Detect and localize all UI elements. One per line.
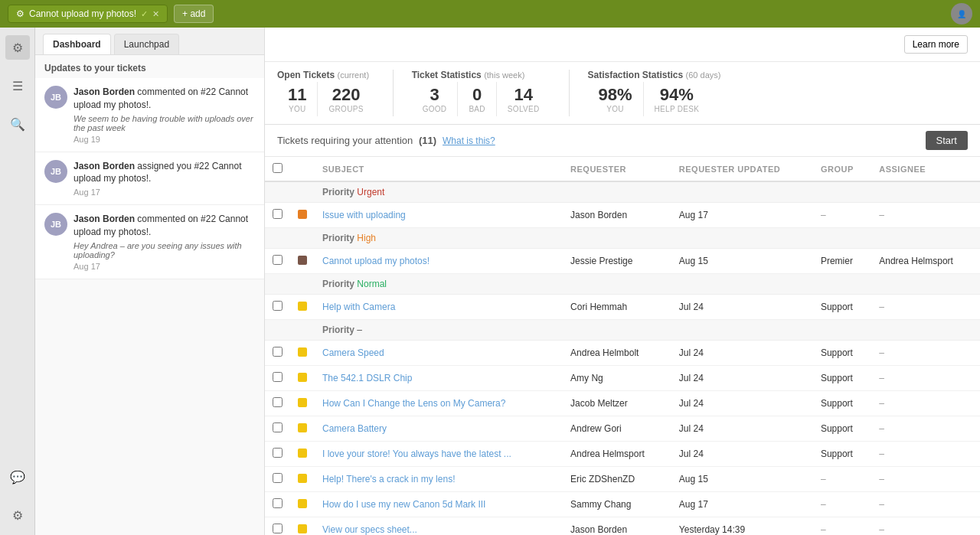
assignee: – — [871, 366, 980, 391]
nav-tabs: Dashboard Launchpad — [35, 28, 264, 55]
ticket-subject-link[interactable]: I love your store! You always have the l… — [322, 449, 511, 459]
action-text: commented — [137, 214, 185, 224]
table-row: Cannot upload my photos! Jessie Prestige… — [265, 249, 980, 274]
ticket-subject-link[interactable]: Cannot upload my photos! — [322, 256, 430, 266]
assignee: – — [871, 467, 980, 492]
what-is-this-link[interactable]: What is this? — [443, 135, 495, 146]
table-row: Help with Camera Cori Hemmah Jul 24 Supp… — [265, 295, 980, 320]
row-checkbox[interactable] — [273, 372, 283, 382]
priority-dot — [298, 302, 307, 311]
priority-dot — [298, 347, 307, 357]
ticket-subject-link[interactable]: Help! There's a crack in my lens! — [322, 474, 455, 484]
ticket-tab[interactable]: ⚙ Cannot upload my photos! ✓ ✕ — [8, 5, 168, 23]
ticket-stats-subtitle: (this week) — [484, 70, 524, 80]
row-checkbox[interactable] — [273, 397, 283, 407]
sidebar-icon-gear[interactable]: ⚙ — [5, 35, 30, 60]
ticket-subject-link[interactable]: View our specs sheet... — [322, 524, 417, 535]
add-label: + add — [182, 8, 205, 19]
ticket-subject-link[interactable]: How do I use my new Canon 5d Mark III — [322, 499, 485, 510]
group: Support — [813, 416, 871, 442]
row-checkbox[interactable] — [273, 301, 283, 311]
requester: Eric ZDShenZD — [563, 467, 671, 492]
satisfaction-stats-section: Satisfaction Statistics (60 days) 98% YO… — [588, 70, 721, 116]
row-checkbox[interactable] — [273, 524, 283, 533]
stat-bad: 0 BAD — [458, 82, 496, 116]
updates-section-title: Updates to your tickets — [35, 55, 264, 78]
ticket-stats-label: Ticket Statistics — [412, 70, 482, 80]
stat-groups: 220 GROUPS — [318, 82, 374, 116]
group: Support — [813, 341, 871, 366]
row-checkbox[interactable] — [273, 448, 283, 458]
tab-launchpad[interactable]: Launchpad — [114, 34, 179, 54]
avatar-initials: 👤 — [957, 10, 966, 18]
header-assignee: ASSIGNEE — [871, 157, 980, 181]
action-text: commented — [137, 86, 185, 97]
requester-updated: Jul 24 — [671, 442, 813, 467]
table-row: Camera Speed Andrea Helmbolt Jul 24 Supp… — [265, 341, 980, 366]
open-tickets-label: Open Tickets — [277, 70, 335, 80]
sub-text: We seem to be having trouble with upload… — [74, 114, 255, 132]
group: – — [813, 517, 871, 535]
assignee: Andrea Helmsport — [871, 249, 980, 274]
topbar: ⚙ Cannot upload my photos! ✓ ✕ + add 👤 — [0, 0, 980, 28]
table-row: Camera Battery Andrew Gori Jul 24 Suppor… — [265, 416, 980, 442]
assignee: – — [871, 391, 980, 416]
open-tickets-section: Open Tickets (current) 11 YOU 220 GROUPS — [277, 70, 374, 116]
row-checkbox[interactable] — [273, 473, 283, 483]
stat-you-pct: 98% YOU — [588, 82, 644, 116]
updates-panel: Dashboard Launchpad Updates to your tick… — [35, 28, 265, 535]
start-button[interactable]: Start — [926, 131, 968, 150]
assignee: – — [871, 416, 980, 442]
stats-row: Open Tickets (current) 11 YOU 220 GROUPS — [265, 62, 980, 125]
requester: Jason Borden — [563, 203, 671, 228]
row-checkbox[interactable] — [273, 255, 283, 265]
stat-you: 11 YOU — [277, 82, 318, 116]
add-button[interactable]: + add — [174, 5, 214, 23]
table-row: How Can I Change the Lens on My Camera? … — [265, 391, 980, 416]
assignee: – — [871, 341, 980, 366]
requester: Amy Ng — [563, 366, 671, 391]
check-icon: ✓ — [141, 9, 148, 19]
priority-dot — [298, 499, 307, 508]
update-item: JB Jason Borden commented on #22 Cannot … — [35, 205, 264, 279]
ticket-subject-link[interactable]: Issue with uploading — [322, 210, 406, 220]
learn-more-button[interactable]: Learn more — [904, 35, 968, 54]
ticket-subject-link[interactable]: Help with Camera — [322, 302, 395, 312]
sidebar-icon-search[interactable]: 🔍 — [5, 112, 30, 136]
close-icon[interactable]: ✕ — [152, 9, 159, 19]
group: Support — [813, 295, 871, 320]
row-checkbox[interactable] — [273, 422, 283, 432]
avatar[interactable]: 👤 — [951, 3, 972, 24]
time-text: Aug 19 — [74, 135, 255, 144]
ticket-subject-link[interactable]: How Can I Change the Lens on My Camera? — [322, 398, 505, 409]
sidebar-icon-menu[interactable]: ☰ — [5, 73, 30, 98]
sidebar-icon-settings[interactable]: ⚙ — [5, 503, 30, 527]
group: Support — [813, 366, 871, 391]
sidebar: ⚙ ☰ 🔍 💬 ⚙ — [0, 28, 35, 535]
satisfaction-label: Satisfaction Statistics — [588, 70, 684, 80]
requester-updated: Aug 17 — [671, 492, 813, 517]
author-name: Jason Borden — [74, 86, 135, 97]
assignee: – — [871, 442, 980, 467]
table-row: I love your store! You always have the l… — [265, 442, 980, 467]
tab-dashboard[interactable]: Dashboard — [43, 34, 111, 54]
ticket-table: SUBJECT REQUESTER REQUESTER UPDATED GROU… — [265, 157, 980, 535]
priority-dot — [298, 256, 307, 265]
row-checkbox[interactable] — [273, 347, 283, 357]
group: Support — [813, 442, 871, 467]
requester-updated: Yesterday 14:39 — [671, 517, 813, 535]
attention-text: Tickets requiring your attention (11) — [277, 135, 436, 146]
row-checkbox[interactable] — [273, 498, 283, 508]
ticket-subject-link[interactable]: Camera Battery — [322, 423, 387, 434]
requester-updated: Aug 17 — [671, 203, 813, 228]
requester: Jacob Meltzer — [563, 391, 671, 416]
ticket-subject-link[interactable]: The 542.1 DSLR Chip — [322, 373, 412, 383]
select-all-checkbox[interactable] — [273, 163, 283, 173]
ticket-subject-link[interactable]: Camera Speed — [322, 347, 384, 358]
sub-text: Hey Andrea – are you seeing any issues w… — [74, 241, 255, 259]
row-checkbox[interactable] — [273, 209, 283, 219]
priority-row-dash: Priority – — [265, 320, 980, 341]
sidebar-icon-chat[interactable]: 💬 — [5, 465, 30, 489]
assignee: – — [871, 203, 980, 228]
table-row: How do I use my new Canon 5d Mark III Sa… — [265, 492, 980, 517]
